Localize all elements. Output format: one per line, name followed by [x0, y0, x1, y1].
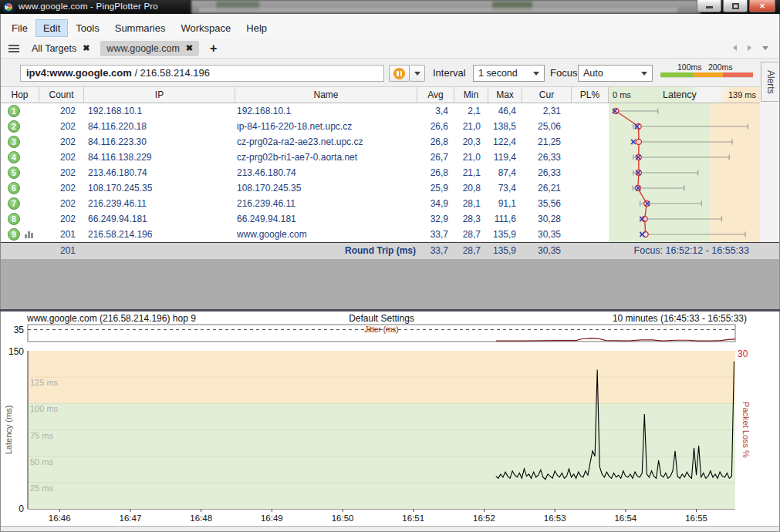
round-trip-row[interactable]: 201 Round Trip (ms) 33,7 28,7 135,9 30,3…: [1, 242, 779, 259]
focus-select[interactable]: Auto: [578, 65, 653, 82]
svg-text:0: 0: [19, 503, 24, 514]
tab-all-targets[interactable]: All Targets ✖: [25, 41, 96, 56]
alerts-tab[interactable]: Alerts: [761, 62, 778, 102]
window-bottom-edge: [1, 526, 779, 531]
row-pl: [569, 103, 606, 119]
row-min: 21,1: [451, 165, 481, 180]
svg-text:16:50: 16:50: [332, 513, 354, 523]
row-avg: 34,9: [417, 196, 448, 211]
tab-scroll-left-icon[interactable]: [733, 45, 737, 51]
row-min: 28,7: [451, 227, 481, 242]
row-ip: 192.168.10.1: [88, 103, 233, 119]
interval-select[interactable]: 1 second: [473, 65, 545, 82]
row-ip: 216.58.214.196: [88, 227, 233, 242]
new-tab-button[interactable]: +: [204, 42, 223, 56]
svg-text:16:54: 16:54: [614, 513, 636, 523]
svg-text:30: 30: [738, 348, 748, 359]
focus-label: Focus: [550, 67, 577, 79]
hop-badge: 2: [8, 120, 20, 133]
row-name: cz-prg02b-ri1-ae7-0.aorta.net: [237, 150, 416, 165]
row-max: 122,4: [484, 134, 516, 150]
close-icon[interactable]: ✖: [186, 43, 193, 53]
tab-scroll-right-icon[interactable]: [748, 45, 751, 51]
svg-text:16:46: 16:46: [49, 513, 71, 523]
maximize-button[interactable]: [723, 0, 748, 12]
row-avg: 3,4: [417, 103, 448, 119]
pause-button[interactable]: [389, 65, 410, 82]
column-header-max[interactable]: Max: [488, 87, 522, 103]
row-min: 28,1: [451, 196, 481, 211]
row-avg: 32,9: [417, 211, 448, 227]
pause-icon: [393, 68, 405, 79]
row-count: 202: [39, 196, 76, 211]
pause-dropdown-button[interactable]: [410, 65, 425, 82]
row-name: 108.170.245.35: [237, 180, 416, 196]
svg-text:50 ms: 50 ms: [30, 457, 53, 466]
row-avg: 26,8: [417, 134, 448, 150]
row-name: cz-prg02a-ra2-ae23.net.upc.cz: [237, 134, 416, 150]
row-max: 91,1: [484, 196, 516, 211]
column-header-avg[interactable]: Avg: [417, 87, 454, 103]
target-address[interactable]: ipv4:www.google.com / 216.58.214.196: [20, 65, 384, 82]
menu-item-file[interactable]: File: [4, 19, 35, 37]
tab-www-google-com[interactable]: www.google.com ✖: [100, 41, 199, 56]
menu-item-summaries[interactable]: Summaries: [107, 19, 174, 37]
svg-text:35: 35: [14, 325, 25, 335]
tab-overflow-icon[interactable]: [762, 46, 768, 50]
row-ip: 216.239.46.11: [88, 196, 233, 211]
row-count: 202: [39, 165, 76, 180]
column-header-cur[interactable]: Cur: [522, 87, 572, 103]
hop-badge: 5: [8, 167, 20, 179]
row-cur: 26,33: [516, 150, 561, 165]
tab-bar: All Targets ✖ www.google.com ✖ +: [1, 39, 779, 59]
menu-item-workspace[interactable]: Workspace: [173, 19, 238, 37]
footer-cur: 30,35: [516, 243, 561, 258]
row-pl: [569, 180, 606, 196]
close-button[interactable]: ✕: [749, 0, 775, 12]
column-header-min[interactable]: Min: [454, 87, 488, 103]
column-header-name[interactable]: Name: [235, 87, 417, 103]
menu-item-help[interactable]: Help: [238, 19, 275, 37]
footer-avg: 33,7: [417, 243, 448, 258]
row-ip: 84.116.138.229: [88, 150, 233, 165]
row-max: 73,4: [484, 180, 516, 196]
row-ip: 108.170.245.35: [88, 180, 233, 196]
column-header-hop[interactable]: Hop: [1, 87, 39, 103]
column-header-count[interactable]: Count: [39, 87, 84, 103]
hop-latency-chart[interactable]: [609, 103, 760, 242]
row-min: 2,1: [451, 103, 481, 119]
menu-item-edit[interactable]: Edit: [35, 19, 68, 37]
row-avg: 26,8: [417, 165, 448, 180]
target-list-menu-icon[interactable]: [8, 45, 19, 52]
row-max: 138,5: [484, 119, 516, 134]
column-header-ip[interactable]: IP: [84, 87, 235, 103]
splitter-area[interactable]: [1, 259, 779, 309]
svg-text:75 ms: 75 ms: [30, 431, 53, 440]
maximize-icon: [732, 3, 739, 9]
row-count: 202: [39, 150, 76, 165]
row-pl: [569, 211, 606, 227]
svg-text:100 ms: 100 ms: [30, 404, 59, 413]
svg-text:16:48: 16:48: [190, 513, 212, 523]
row-cur: 26,33: [516, 165, 561, 180]
row-avg: 25,9: [417, 180, 448, 196]
svg-text:125 ms: 125 ms: [30, 378, 59, 387]
column-header-latency[interactable]: 0 ms Latency 139 ms: [609, 87, 760, 103]
timeline-chart[interactable]: 35Jitter (ms)25 ms50 ms75 ms100 ms125 ms…: [1, 311, 779, 526]
menu-bar: FileEditToolsSummariesWorkspaceHelp: [1, 14, 779, 39]
close-icon[interactable]: ✖: [83, 43, 89, 53]
graph-icon: [25, 231, 35, 238]
menu-item-tools[interactable]: Tools: [68, 19, 106, 37]
minimize-button[interactable]: [697, 0, 721, 12]
column-header-pl[interactable]: PL%: [572, 87, 609, 103]
row-name: 213.46.180.74: [237, 165, 416, 180]
focus-range: Focus: 16:52:12 - 16:55:33: [572, 243, 749, 258]
row-cur: 26,21: [516, 180, 561, 196]
row-max: 46,4: [484, 103, 516, 119]
row-pl: [569, 134, 606, 150]
hop-badge: 6: [8, 182, 20, 194]
window-title: www.google.com - PingPlotter Pro: [19, 2, 158, 11]
row-count: 202: [39, 180, 76, 196]
footer-count: 201: [39, 243, 76, 258]
row-ip: 213.46.180.74: [88, 165, 233, 180]
